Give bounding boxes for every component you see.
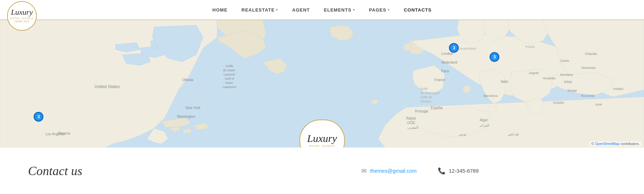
pages-dropdown-icon: ▾ xyxy=(388,8,390,12)
svg-text:Barcelona: Barcelona xyxy=(483,94,498,98)
nav-agent[interactable]: AGENT xyxy=(292,7,310,13)
svg-text:Alger: Alger xyxy=(480,118,488,122)
svg-text:المغرب: المغرب xyxy=(407,125,418,130)
cluster-netherlands[interactable]: 3 xyxy=(449,43,459,53)
svg-text:Golfo de: Golfo de xyxy=(420,95,432,99)
svg-text:Vizcaya: Vizcaya xyxy=(420,100,431,103)
svg-text:تونس: تونس xyxy=(459,132,466,136)
elements-dropdown-icon: ▾ xyxy=(353,8,355,12)
svg-text:Laurent/: Laurent/ xyxy=(223,73,235,76)
main-nav: HOME REALESTATE ▾ AGENT ELEMENTS ▾ PAGES… xyxy=(213,7,432,13)
map-container[interactable]: United States Ottawa New York Washington… xyxy=(0,20,644,148)
contact-email-item: ✉ themes@gmail.com xyxy=(361,167,417,175)
svg-text:Washington: Washington xyxy=(177,115,195,118)
svg-text:Slovensko: Slovensko xyxy=(581,66,596,70)
phone-icon: 📞 xyxy=(438,167,445,175)
svg-text:Polska: Polska xyxy=(525,45,535,49)
svg-text:London: London xyxy=(441,52,453,56)
svg-text:France: France xyxy=(434,78,445,82)
openstreetmap-link[interactable]: OpenStreetMap xyxy=(595,142,620,146)
logo-subtitle: HOTEL JOOMLATEMPLATE xyxy=(11,17,34,23)
svg-text:Golfe: Golfe xyxy=(420,87,428,91)
svg-text:Zagreb: Zagreb xyxy=(529,71,539,75)
svg-text:du Saint-: du Saint- xyxy=(223,69,236,72)
nav-realestate[interactable]: REALESTATE ▾ xyxy=(242,7,278,13)
logo-circle: Luxury HOTEL JOOMLATEMPLATE xyxy=(7,1,37,31)
svg-text:Antalya: Antalya xyxy=(613,87,623,91)
nav-pages[interactable]: PAGES ▾ xyxy=(369,7,390,13)
svg-text:Phoenix: Phoenix xyxy=(58,131,70,135)
logo-brand: Luxury xyxy=(11,8,33,16)
svg-text:طرابلس: طرابلس xyxy=(508,132,519,136)
svg-text:Deutschland: Deutschland xyxy=(459,47,476,50)
svg-text:Nederland: Nederland xyxy=(441,60,457,64)
svg-text:İzmir: İzmir xyxy=(595,103,602,106)
cluster-los-angeles[interactable]: 3 xyxy=(34,112,43,122)
svg-text:España: España xyxy=(431,106,443,110)
realestate-dropdown-icon: ▾ xyxy=(276,8,278,12)
svg-text:Srbija: Srbija xyxy=(564,80,572,84)
contact-title: Contact us xyxy=(28,164,224,178)
svg-text:București: București xyxy=(581,94,595,98)
svg-text:Paris: Paris xyxy=(441,69,449,73)
email-icon: ✉ xyxy=(361,167,367,175)
svg-text:Hrvatska: Hrvatska xyxy=(543,77,555,80)
svg-text:Ottawa: Ottawa xyxy=(182,78,193,82)
contact-phone: 12-345-6789 xyxy=(449,168,479,174)
contact-phone-item: 📞 12-345-6789 xyxy=(438,167,479,175)
nav-home[interactable]: HOME xyxy=(213,7,228,13)
logo-area: Luxury HOTEL JOOMLATEMPLATE xyxy=(7,0,37,31)
svg-text:Rabat: Rabat xyxy=(406,116,416,120)
svg-text:Lawrence: Lawrence xyxy=(222,85,236,89)
svg-text:New York: New York xyxy=(186,106,201,110)
center-logo-brand: Luxury xyxy=(307,133,337,144)
svg-text:Gulf of: Gulf of xyxy=(225,77,234,80)
contact-info: ✉ themes@gmail.com 📞 12-345-6789 xyxy=(224,167,616,175)
svg-text:Česko: Česko xyxy=(560,59,569,63)
contact-email-link[interactable]: themes@gmail.com xyxy=(370,168,417,174)
nav-elements[interactable]: ELEMENTS ▾ xyxy=(324,7,355,13)
svg-text:OÔE: OÔE xyxy=(407,121,415,125)
nav-contacts[interactable]: CONTACTS xyxy=(404,7,431,13)
svg-text:de Gascogne/: de Gascogne/ xyxy=(420,91,440,95)
svg-text:Skopje: Skopje xyxy=(567,89,577,92)
svg-text:United States: United States xyxy=(95,84,120,89)
map-attribution: © OpenStreetMap contributors. xyxy=(590,142,641,146)
svg-text:Golfe: Golfe xyxy=(226,64,233,68)
center-logo-subtitle: HOTEL JOOMLATEMPLATE xyxy=(309,144,335,148)
header: Luxury HOTEL JOOMLATEMPLATE HOME REALEST… xyxy=(0,0,644,20)
contact-section: Contact us ✉ themes@gmail.com 📞 12-345-6… xyxy=(0,148,644,194)
svg-text:الجزائر: الجزائر xyxy=(479,124,490,128)
svg-text:Italia: Italia xyxy=(501,80,508,84)
cluster-austria[interactable]: 3 xyxy=(490,52,499,62)
svg-text:Chișinău: Chișinău xyxy=(585,52,597,56)
svg-text:România: România xyxy=(560,73,573,77)
svg-text:Ελλάδα: Ελλάδα xyxy=(553,101,564,105)
svg-text:Portugal: Portugal xyxy=(415,109,428,113)
svg-text:Saint-: Saint- xyxy=(225,81,234,85)
